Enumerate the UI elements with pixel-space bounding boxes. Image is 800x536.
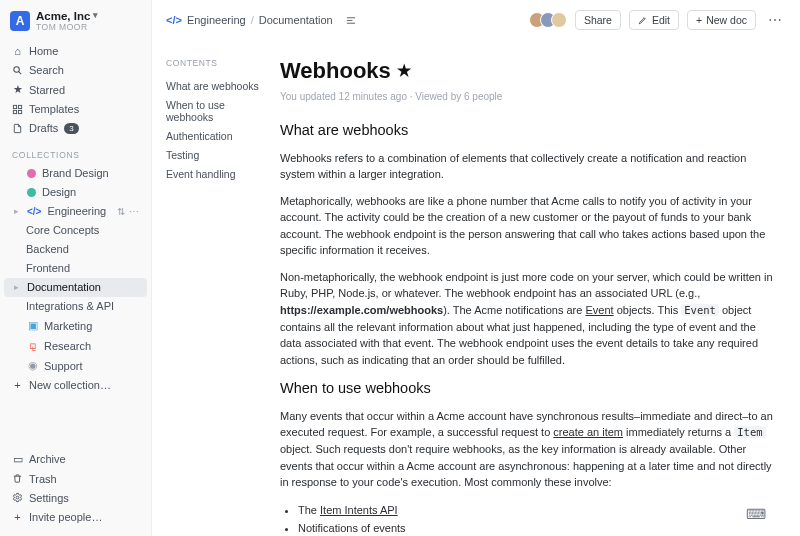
star-icon: ★ bbox=[12, 83, 23, 96]
toc-item-label: When to use webhooks bbox=[166, 99, 225, 123]
collection-support-icon: ◉ bbox=[27, 359, 38, 372]
team-avatar: A bbox=[10, 11, 30, 31]
paragraph: Metaphorically, webhooks are like a phon… bbox=[280, 193, 778, 259]
text: Non-metaphorically, the webhook endpoint… bbox=[280, 271, 773, 300]
doc-label: Backend bbox=[26, 243, 69, 255]
doc-core-concepts[interactable]: Core Concepts bbox=[4, 221, 147, 240]
breadcrumb-collection[interactable]: Engineering bbox=[187, 14, 246, 26]
breadcrumb-separator: / bbox=[251, 14, 254, 26]
more-button[interactable]: ⋯ bbox=[764, 10, 786, 30]
text: The bbox=[298, 504, 320, 516]
doc-integrations[interactable]: Integrations & API bbox=[4, 297, 147, 316]
main: </> Engineering / Documentation Share Ed… bbox=[152, 0, 800, 536]
nav-trash[interactable]: Trash bbox=[4, 469, 147, 488]
svg-point-0 bbox=[14, 67, 20, 73]
doc-documentation[interactable]: ▸Documentation bbox=[4, 278, 147, 297]
link-item-intents[interactable]: Item Intents API bbox=[320, 504, 398, 516]
doc-backend[interactable]: Backend bbox=[4, 240, 147, 259]
collection-color-icon bbox=[27, 169, 36, 178]
plus-icon: + bbox=[696, 14, 702, 26]
breadcrumb[interactable]: </> Engineering / Documentation bbox=[166, 14, 333, 26]
templates-icon bbox=[12, 104, 23, 115]
collection-design[interactable]: Design bbox=[4, 183, 147, 202]
nav-starred[interactable]: ★Starred bbox=[4, 80, 147, 100]
collections-label: COLLECTIONS bbox=[0, 140, 151, 164]
nav-trash-label: Trash bbox=[29, 473, 57, 485]
table-of-contents: CONTENTS What are webhooks When to use w… bbox=[152, 40, 274, 536]
list-item: Notifications of events bbox=[298, 519, 778, 536]
star-icon[interactable]: ★ bbox=[397, 59, 411, 83]
disclosure-icon[interactable]: ▸ bbox=[12, 282, 21, 292]
topbar: </> Engineering / Documentation Share Ed… bbox=[152, 0, 800, 40]
link-create-item[interactable]: create an item bbox=[553, 426, 623, 438]
collection-code-icon: </> bbox=[166, 14, 182, 26]
search-icon bbox=[12, 65, 23, 76]
nav-home-label: Home bbox=[29, 45, 58, 57]
toc-item[interactable]: Event handling bbox=[166, 164, 266, 183]
doc-frontend[interactable]: Frontend bbox=[4, 259, 147, 278]
nav-starred-label: Starred bbox=[29, 84, 65, 96]
sort-icon[interactable]: ⇅ bbox=[117, 206, 125, 217]
toc-item-label: Event handling bbox=[166, 168, 235, 180]
doc-label: Documentation bbox=[27, 281, 101, 293]
collection-support[interactable]: ◉Support bbox=[4, 356, 147, 376]
more-icon[interactable]: ⋯ bbox=[129, 206, 139, 217]
team-name: Acme, Inc bbox=[36, 10, 90, 23]
team-switcher[interactable]: A Acme, Inc ▾ TOM MOOR bbox=[0, 10, 151, 36]
collection-marketing[interactable]: ▣Marketing bbox=[4, 316, 147, 336]
invite-icon: + bbox=[12, 511, 23, 523]
toc-toggle-icon[interactable] bbox=[341, 13, 361, 28]
nav-settings[interactable]: Settings bbox=[4, 488, 147, 507]
collection-research-icon: ⚼ bbox=[27, 339, 38, 352]
page-title-text: Webhooks bbox=[280, 54, 391, 87]
breadcrumb-page[interactable]: Documentation bbox=[259, 14, 333, 26]
doc-meta: You updated 12 minutes ago · Viewed by 6… bbox=[280, 89, 778, 104]
keyboard-shortcuts-icon[interactable]: ⌨ bbox=[746, 506, 766, 522]
disclosure-icon[interactable]: ▸ bbox=[12, 206, 21, 216]
nav-drafts-label: Drafts bbox=[29, 122, 58, 134]
new-doc-button[interactable]: +New doc bbox=[687, 10, 756, 30]
nav-invite[interactable]: +Invite people… bbox=[4, 507, 147, 526]
nav-invite-label: Invite people… bbox=[29, 511, 102, 523]
doc-label: Core Concepts bbox=[26, 224, 99, 236]
share-button[interactable]: Share bbox=[575, 10, 621, 30]
collection-color-icon bbox=[27, 188, 36, 197]
nav-search[interactable]: Search bbox=[4, 61, 147, 80]
toc-item[interactable]: What are webhooks bbox=[166, 76, 266, 95]
nav-home[interactable]: ⌂Home bbox=[4, 42, 147, 61]
svg-rect-2 bbox=[13, 105, 16, 108]
toc-item[interactable]: When to use webhooks bbox=[166, 95, 266, 126]
text: object. Such requests don't require webh… bbox=[280, 443, 772, 488]
collection-research[interactable]: ⚼Research bbox=[4, 336, 147, 356]
new-collection[interactable]: +New collection… bbox=[4, 376, 147, 395]
text: objects. This bbox=[614, 304, 682, 316]
nav-templates[interactable]: Templates bbox=[4, 100, 147, 119]
svg-line-1 bbox=[19, 72, 22, 75]
collection-label: Design bbox=[42, 186, 76, 198]
collection-marketing-icon: ▣ bbox=[27, 319, 38, 332]
nav-search-label: Search bbox=[29, 64, 64, 76]
collection-code-icon: </> bbox=[27, 206, 41, 217]
toc-item[interactable]: Authentication bbox=[166, 126, 266, 145]
collection-label: Engineering bbox=[47, 205, 106, 217]
nav-archive[interactable]: ▭Archive bbox=[4, 449, 147, 469]
nav-archive-label: Archive bbox=[29, 453, 66, 465]
link-event[interactable]: Event bbox=[585, 304, 613, 316]
viewer-avatars[interactable] bbox=[529, 12, 567, 28]
toc-item-label: Testing bbox=[166, 149, 199, 161]
toc-item[interactable]: Testing bbox=[166, 145, 266, 164]
collection-brand-design[interactable]: Brand Design bbox=[4, 164, 147, 183]
svg-rect-5 bbox=[18, 110, 21, 113]
nav-drafts[interactable]: Drafts 3 bbox=[4, 119, 147, 138]
edit-button[interactable]: Edit bbox=[629, 10, 679, 30]
svg-rect-3 bbox=[18, 105, 21, 108]
trash-icon bbox=[12, 473, 23, 484]
code-inline: Event bbox=[681, 304, 719, 316]
text: ). The Acme notifications are bbox=[443, 304, 585, 316]
doc-label: Frontend bbox=[26, 262, 70, 274]
doc-label: Integrations & API bbox=[26, 300, 114, 312]
toc-item-label: Authentication bbox=[166, 130, 233, 142]
chevron-down-icon: ▾ bbox=[93, 11, 98, 21]
collection-engineering[interactable]: ▸</>Engineering ⇅⋯ bbox=[4, 202, 147, 221]
gear-icon bbox=[12, 492, 23, 503]
